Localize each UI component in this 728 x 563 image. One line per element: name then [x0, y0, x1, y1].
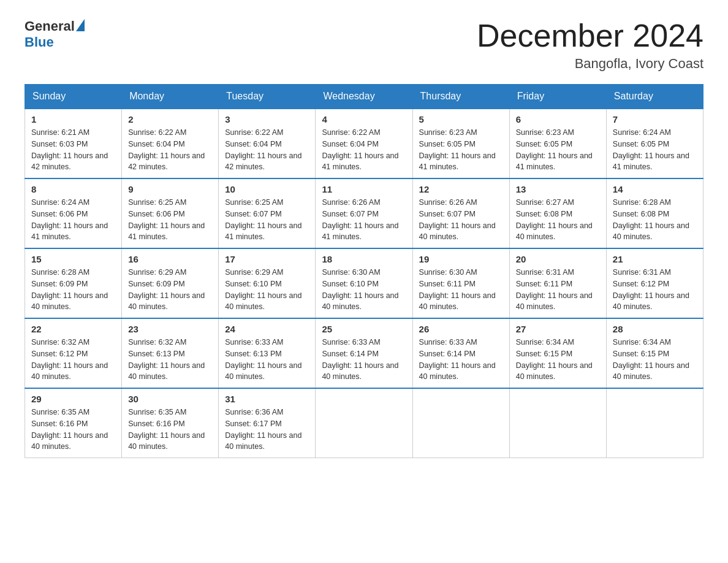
daylight-label: Daylight: 11 hours and 40 minutes.	[613, 221, 689, 242]
sunrise-label: Sunrise: 6:36 AM	[225, 408, 283, 416]
day-info: Sunrise: 6:28 AM Sunset: 6:08 PM Dayligh…	[613, 197, 697, 243]
calendar-week-row: 29 Sunrise: 6:35 AM Sunset: 6:16 PM Dayl…	[25, 388, 703, 458]
calendar-cell: 13 Sunrise: 6:27 AM Sunset: 6:08 PM Dayl…	[509, 178, 606, 248]
daylight-label: Daylight: 11 hours and 41 minutes.	[613, 151, 689, 172]
day-number: 30	[128, 394, 212, 404]
day-number: 25	[322, 324, 406, 334]
daylight-label: Daylight: 11 hours and 41 minutes.	[322, 221, 398, 242]
sunset-label: Sunset: 6:09 PM	[31, 280, 88, 288]
day-info: Sunrise: 6:30 AM Sunset: 6:11 PM Dayligh…	[419, 267, 503, 313]
day-number: 26	[419, 324, 503, 334]
daylight-label: Daylight: 11 hours and 40 minutes.	[613, 361, 689, 381]
sunset-label: Sunset: 6:13 PM	[225, 350, 281, 358]
sunset-label: Sunset: 6:05 PM	[419, 140, 476, 148]
calendar-cell: 6 Sunrise: 6:23 AM Sunset: 6:05 PM Dayli…	[509, 109, 606, 178]
day-number: 12	[419, 184, 503, 194]
sunrise-label: Sunrise: 6:22 AM	[128, 128, 186, 137]
sunrise-label: Sunrise: 6:30 AM	[322, 268, 380, 277]
daylight-label: Daylight: 11 hours and 41 minutes.	[322, 151, 398, 172]
page-header: General Blue December 2024 Bangofla, Ivo…	[25, 18, 703, 72]
daylight-label: Daylight: 11 hours and 41 minutes.	[225, 221, 301, 242]
sunset-label: Sunset: 6:11 PM	[419, 280, 476, 288]
sunset-label: Sunset: 6:16 PM	[128, 419, 184, 428]
calendar-header-friday: Friday	[509, 85, 606, 109]
sunset-label: Sunset: 6:10 PM	[322, 280, 378, 288]
logo-general-text: General	[25, 18, 75, 34]
calendar-cell: 14 Sunrise: 6:28 AM Sunset: 6:08 PM Dayl…	[606, 178, 703, 248]
sunset-label: Sunset: 6:12 PM	[613, 280, 669, 288]
sunset-label: Sunset: 6:04 PM	[225, 140, 281, 148]
calendar-cell: 15 Sunrise: 6:28 AM Sunset: 6:09 PM Dayl…	[25, 248, 122, 318]
daylight-label: Daylight: 11 hours and 40 minutes.	[516, 361, 593, 381]
day-number: 2	[128, 114, 212, 124]
daylight-label: Daylight: 11 hours and 40 minutes.	[322, 361, 398, 381]
sunrise-label: Sunrise: 6:30 AM	[419, 268, 477, 277]
sunrise-label: Sunrise: 6:22 AM	[225, 128, 283, 137]
day-info: Sunrise: 6:36 AM Sunset: 6:17 PM Dayligh…	[225, 407, 309, 453]
day-number: 15	[31, 254, 115, 264]
day-number: 1	[31, 114, 115, 124]
sunrise-label: Sunrise: 6:26 AM	[419, 198, 477, 207]
sunset-label: Sunset: 6:14 PM	[322, 350, 378, 358]
calendar-cell: 4 Sunrise: 6:22 AM Sunset: 6:04 PM Dayli…	[316, 109, 412, 178]
sunset-label: Sunset: 6:08 PM	[613, 210, 669, 218]
day-info: Sunrise: 6:35 AM Sunset: 6:16 PM Dayligh…	[128, 407, 212, 453]
calendar-cell	[412, 388, 509, 458]
sunset-label: Sunset: 6:04 PM	[322, 140, 378, 148]
sunrise-label: Sunrise: 6:31 AM	[613, 268, 671, 277]
day-number: 22	[31, 324, 115, 334]
sunset-label: Sunset: 6:06 PM	[31, 210, 88, 218]
daylight-label: Daylight: 11 hours and 40 minutes.	[31, 291, 108, 312]
calendar-cell: 20 Sunrise: 6:31 AM Sunset: 6:11 PM Dayl…	[509, 248, 606, 318]
calendar-header-row: SundayMondayTuesdayWednesdayThursdayFrid…	[25, 85, 703, 109]
day-info: Sunrise: 6:32 AM Sunset: 6:13 PM Dayligh…	[128, 337, 212, 383]
sunrise-label: Sunrise: 6:32 AM	[128, 338, 186, 347]
daylight-label: Daylight: 11 hours and 40 minutes.	[322, 291, 398, 312]
day-number: 14	[613, 184, 697, 194]
calendar-cell	[316, 388, 412, 458]
calendar-cell: 7 Sunrise: 6:24 AM Sunset: 6:05 PM Dayli…	[606, 109, 703, 178]
day-info: Sunrise: 6:26 AM Sunset: 6:07 PM Dayligh…	[322, 197, 406, 243]
sunrise-label: Sunrise: 6:21 AM	[31, 128, 89, 137]
day-info: Sunrise: 6:27 AM Sunset: 6:08 PM Dayligh…	[516, 197, 600, 243]
sunrise-label: Sunrise: 6:24 AM	[31, 198, 89, 207]
title-block: December 2024 Bangofla, Ivory Coast	[477, 18, 703, 72]
calendar-cell: 28 Sunrise: 6:34 AM Sunset: 6:15 PM Dayl…	[606, 318, 703, 388]
day-info: Sunrise: 6:33 AM Sunset: 6:13 PM Dayligh…	[225, 337, 309, 383]
calendar-cell: 1 Sunrise: 6:21 AM Sunset: 6:03 PM Dayli…	[25, 109, 122, 178]
sunrise-label: Sunrise: 6:33 AM	[419, 338, 477, 347]
daylight-label: Daylight: 11 hours and 40 minutes.	[516, 221, 593, 242]
sunrise-label: Sunrise: 6:34 AM	[516, 338, 574, 347]
calendar-cell: 29 Sunrise: 6:35 AM Sunset: 6:16 PM Dayl…	[25, 388, 122, 458]
sunset-label: Sunset: 6:15 PM	[613, 350, 669, 358]
calendar-header-thursday: Thursday	[412, 85, 509, 109]
sunset-label: Sunset: 6:05 PM	[516, 140, 572, 148]
sunrise-label: Sunrise: 6:28 AM	[613, 198, 671, 207]
calendar-cell: 12 Sunrise: 6:26 AM Sunset: 6:07 PM Dayl…	[412, 178, 509, 248]
day-info: Sunrise: 6:22 AM Sunset: 6:04 PM Dayligh…	[128, 127, 212, 173]
sunset-label: Sunset: 6:06 PM	[128, 210, 184, 218]
calendar-cell: 25 Sunrise: 6:33 AM Sunset: 6:14 PM Dayl…	[316, 318, 412, 388]
day-number: 5	[419, 114, 503, 124]
daylight-label: Daylight: 11 hours and 40 minutes.	[225, 361, 301, 381]
day-number: 4	[322, 114, 406, 124]
sunset-label: Sunset: 6:07 PM	[322, 210, 378, 218]
calendar-cell: 27 Sunrise: 6:34 AM Sunset: 6:15 PM Dayl…	[509, 318, 606, 388]
day-number: 31	[225, 394, 309, 404]
calendar-header-wednesday: Wednesday	[316, 85, 412, 109]
sunset-label: Sunset: 6:07 PM	[225, 210, 281, 218]
daylight-label: Daylight: 11 hours and 41 minutes.	[516, 151, 593, 172]
calendar-cell: 19 Sunrise: 6:30 AM Sunset: 6:11 PM Dayl…	[412, 248, 509, 318]
calendar-cell: 5 Sunrise: 6:23 AM Sunset: 6:05 PM Dayli…	[412, 109, 509, 178]
daylight-label: Daylight: 11 hours and 40 minutes.	[31, 431, 108, 451]
daylight-label: Daylight: 11 hours and 42 minutes.	[31, 151, 108, 172]
sunrise-label: Sunrise: 6:33 AM	[225, 338, 283, 347]
daylight-label: Daylight: 11 hours and 40 minutes.	[128, 361, 205, 381]
day-number: 29	[31, 394, 115, 404]
day-info: Sunrise: 6:28 AM Sunset: 6:09 PM Dayligh…	[31, 267, 115, 313]
daylight-label: Daylight: 11 hours and 40 minutes.	[225, 431, 301, 451]
day-info: Sunrise: 6:33 AM Sunset: 6:14 PM Dayligh…	[419, 337, 503, 383]
sunset-label: Sunset: 6:12 PM	[31, 350, 88, 358]
sunset-label: Sunset: 6:17 PM	[225, 419, 281, 428]
calendar-cell: 22 Sunrise: 6:32 AM Sunset: 6:12 PM Dayl…	[25, 318, 122, 388]
